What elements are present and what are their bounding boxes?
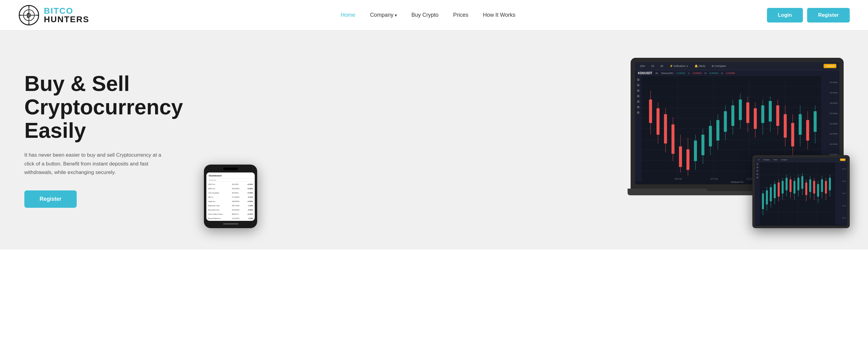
tablet-1h[interactable]: 1h [756, 158, 761, 161]
phone-stock-pct: -1.54% [244, 217, 254, 220]
price-3: $0.00955 [822, 102, 839, 104]
tablet-tool-5[interactable] [756, 177, 758, 178]
nav-item-prices[interactable]: Prices [453, 12, 468, 18]
phone-dashboard-header: Dashboard [206, 172, 255, 179]
nav-buttons: Login Register [767, 8, 850, 23]
toolbar-autoscale[interactable]: Autoscl [824, 64, 836, 68]
register-hero-button[interactable]: Register [24, 190, 77, 208]
toolbar-indicators[interactable]: ⚡ Indicators ∨ [668, 64, 690, 68]
tablet-tool-1[interactable] [756, 163, 758, 165]
tablet-price-4: $0.006 [836, 205, 847, 207]
hero-title-line1: Buy & Sell [24, 72, 130, 96]
svg-rect-103 [805, 183, 807, 195]
tablet-mockup: 1h Indicators Alerts Compare Auto [752, 155, 850, 228]
register-nav-button[interactable]: Register [807, 8, 850, 23]
chart-toolbar: 15m 1h 4h ⚡ Indicators ∨ 🔔 Alerts ⊕ Comp… [635, 62, 839, 70]
hero-section: Buy & Sell Cryptocurrency Easily It has … [0, 30, 868, 249]
phone-stock-price: 56,205 $ [231, 191, 243, 195]
login-button[interactable]: Login [767, 8, 803, 23]
svg-rect-105 [809, 180, 811, 192]
toolbar-alerts[interactable]: 🔔 Alerts [693, 64, 707, 68]
phone-stock-price: 88,847 $ [231, 212, 243, 216]
tool-1[interactable] [637, 78, 640, 81]
phone-table-row: MSCI Inc. 235,460 $ +0.05% [207, 187, 254, 190]
logo-text: BITCO HUNTERS [44, 7, 89, 24]
phone-stock-name: Microsoft Corp. [207, 208, 230, 212]
nav-link-how-it-works[interactable]: How It Works [483, 12, 516, 18]
tablet-tool-4[interactable] [756, 173, 758, 175]
company-item[interactable]: Company ▾ [370, 12, 397, 18]
phone-stock-pct: +0.05% [244, 187, 254, 190]
logo-bitco: BITCO [44, 7, 89, 15]
nav-link-prices[interactable]: Prices [453, 12, 468, 18]
nav-item-how-it-works[interactable]: How It Works [483, 12, 516, 18]
phone-stock-pct: +0.21% [244, 212, 254, 216]
navbar: ₿ BITCO HUNTERS Home Company ▾ Buy Crypt… [0, 0, 868, 30]
tool-4[interactable] [637, 95, 640, 97]
nav-link-buy-crypto[interactable]: Buy Crypto [411, 12, 439, 18]
tablet-autoscale[interactable]: Auto [840, 158, 845, 161]
toolbar-1h[interactable]: 1h [649, 64, 656, 68]
tablet-indicators[interactable]: Indicators [762, 158, 771, 161]
toolbar-15m[interactable]: 15m [638, 64, 647, 68]
svg-rect-68 [799, 114, 802, 134]
svg-rect-42 [702, 135, 705, 155]
phone-table-row: Blackrock Corp. 452,790 $ -1.18% [207, 204, 254, 208]
phone-stock-name: Beyond Meat Inc. [207, 217, 230, 220]
phone-stock-price: 155,040 $ [231, 208, 243, 212]
phone-stock-price: 171,990 $ [231, 195, 243, 199]
svg-rect-111 [821, 180, 823, 192]
tool-5[interactable] [637, 100, 640, 103]
phone-table-row: Microsoft Corp. 155,040 $ -0.09% [207, 208, 254, 212]
svg-rect-40 [694, 140, 697, 161]
svg-rect-60 [769, 101, 772, 121]
phone-stock-price: 235,460 $ [231, 187, 243, 190]
svg-rect-89 [778, 183, 779, 196]
nav-link-company[interactable]: Company [370, 12, 394, 18]
chart-low-label: L [688, 72, 690, 74]
toolbar-4h[interactable]: 4h [659, 64, 665, 68]
toolbar-compare[interactable]: ⊕ Compare [710, 64, 728, 68]
chart-close-label: C [721, 72, 723, 74]
chart-timeframe: 4h [655, 72, 658, 74]
svg-rect-87 [774, 184, 775, 198]
price-1: $0.00955 [822, 82, 839, 83]
logo-icon: ₿ [18, 5, 39, 26]
svg-text:07:00: 07:00 [710, 177, 718, 180]
phone-stock-price: 113,200 $ [231, 217, 243, 220]
tool-7[interactable] [637, 111, 640, 114]
tool-6[interactable] [637, 106, 640, 108]
phone-stock-price: 198,950 $ [231, 199, 243, 203]
phone-mockup: Dashboard Watchlist AT&T Inc. 32,445 $ +… [204, 165, 257, 228]
svg-rect-38 [687, 149, 690, 170]
nav-link-home[interactable]: Home [341, 12, 355, 18]
phone-table-row: Beyond Meat Inc. 113,200 $ -1.54% [207, 217, 254, 220]
phone-stock-name: Zoom Video Comm... [207, 212, 230, 216]
phone-stock-price: 32,445 $ [231, 183, 243, 186]
macbook-label: MacBook Pro [731, 181, 744, 183]
nav-item-company[interactable]: Company ▾ [370, 12, 397, 18]
svg-rect-28 [649, 99, 652, 123]
tablet-tool-3[interactable] [756, 170, 758, 171]
tool-3[interactable] [637, 89, 640, 92]
tablet-compare[interactable]: Compare [780, 158, 788, 161]
tablet-tool-2[interactable] [756, 167, 758, 168]
nav-item-home[interactable]: Home [341, 12, 355, 18]
tablet-right-prices: $0.009 $0.008 $0.007 $0.006 $0.005 [835, 162, 847, 225]
nav-item-buy-crypto[interactable]: Buy Crypto [411, 12, 439, 18]
hero-title: Buy & Sell Cryptocurrency Easily [24, 72, 183, 143]
phone-table-row: AT&T Inc. 32,445 $ +0.81% [207, 183, 254, 186]
phone-stock-name: 3M Co. [207, 195, 230, 199]
tablet-chart-body: $0.009 $0.008 $0.007 $0.006 $0.005 [755, 162, 847, 225]
svg-text:09:00: 09:00 [675, 177, 682, 180]
logo[interactable]: ₿ BITCO HUNTERS [18, 5, 89, 26]
phone-home-bar [223, 223, 238, 224]
tablet-alerts[interactable]: Alerts [772, 158, 778, 161]
phone-stock-name: AT&T Inc. [207, 183, 230, 186]
phone-table: AT&T Inc. 32,445 $ +0.81% MSCI Inc. 235,… [206, 182, 255, 221]
tool-2[interactable] [637, 84, 640, 86]
chart-close: 0.00385 [726, 72, 735, 74]
tablet-chart-main [760, 162, 835, 225]
svg-rect-93 [785, 178, 787, 190]
tablet-left-tools [755, 162, 760, 225]
